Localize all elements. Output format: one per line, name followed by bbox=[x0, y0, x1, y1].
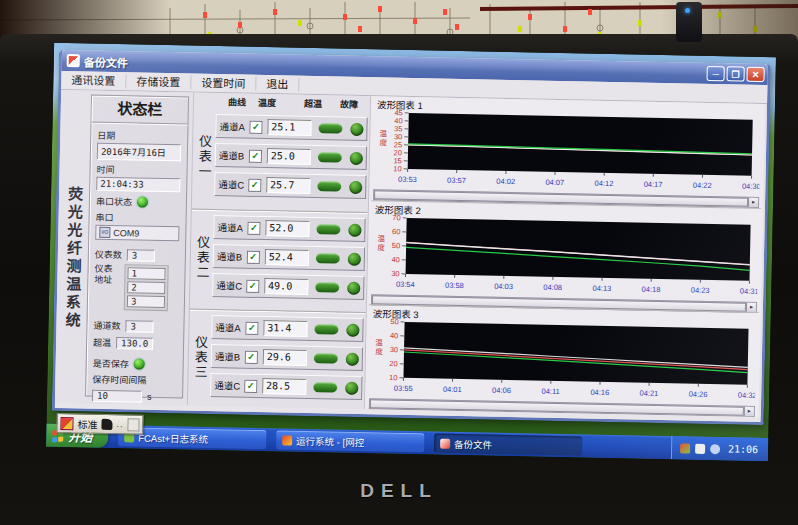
overtemp-label: 超温 bbox=[93, 336, 111, 349]
save-interval-value[interactable]: 10 bbox=[92, 390, 142, 403]
tray-keyboard-icon[interactable] bbox=[695, 443, 705, 453]
monitor-bezel: 备份文件 ─ ❐ ✕ 通讯设置 存储设置 设置时间 退出 荧光光纤测温系统 状态… bbox=[0, 34, 798, 525]
svg-text:04:06: 04:06 bbox=[492, 386, 511, 395]
tray-network-icon[interactable] bbox=[710, 444, 720, 454]
temperature-value: 52.4 bbox=[265, 249, 309, 266]
minimize-button[interactable]: ─ bbox=[706, 66, 724, 81]
instrument-group-2: 仪表二 通道A ✓ 52.0 通道B bbox=[190, 209, 368, 310]
svg-text:03:55: 03:55 bbox=[394, 384, 413, 393]
menu-storage-settings[interactable]: 存储设置 bbox=[126, 74, 191, 89]
curve-checkbox[interactable]: ✓ bbox=[249, 120, 262, 133]
svg-text:30: 30 bbox=[391, 269, 400, 278]
instruments-column: 曲线 温度 超温 故障 仪表一 通道A ✓ 25.1 bbox=[187, 93, 370, 409]
status-panel-title: 状态栏 bbox=[92, 96, 189, 125]
temperature-value: 31.4 bbox=[263, 320, 307, 337]
svg-text:60: 60 bbox=[392, 227, 401, 236]
taskbar-task-backup-file[interactable]: 备份文件 bbox=[434, 434, 582, 456]
instrument-1-name: 仪表一 bbox=[194, 134, 214, 179]
curve-checkbox[interactable]: ✓ bbox=[249, 149, 262, 162]
photo-scene: 备份文件 ─ ❐ ✕ 通讯设置 存储设置 设置时间 退出 荧光光纤测温系统 状态… bbox=[0, 0, 798, 525]
curve-checkbox[interactable]: ✓ bbox=[245, 350, 258, 363]
channel-label: 通道C bbox=[216, 278, 246, 293]
temperature-value: 29.6 bbox=[263, 349, 307, 366]
channel-row: 通道B ✓ 25.0 bbox=[215, 143, 367, 170]
channel-row: 通道C ✓ 49.0 bbox=[212, 273, 364, 300]
curve-checkbox[interactable]: ✓ bbox=[247, 221, 260, 234]
webcam bbox=[676, 2, 702, 42]
serial-label: 串口 bbox=[96, 211, 180, 226]
scroll-right-icon[interactable]: ▸ bbox=[746, 303, 756, 312]
svg-text:04:30: 04:30 bbox=[742, 182, 761, 191]
serial-port-value: COM9 bbox=[113, 228, 139, 239]
svg-text:30: 30 bbox=[390, 345, 399, 354]
overtemp-indicator bbox=[317, 181, 341, 191]
curve-checkbox[interactable]: ✓ bbox=[248, 178, 261, 191]
temperature-value: 25.0 bbox=[267, 148, 311, 165]
addr-input-1[interactable]: 1 bbox=[127, 267, 165, 280]
svg-text:度: 度 bbox=[379, 137, 387, 147]
taskbar-task-run-system[interactable]: 运行系统 - [网控 bbox=[276, 430, 424, 452]
save-label: 是否保存 bbox=[93, 357, 129, 371]
instrument-count-value[interactable]: 3 bbox=[127, 249, 155, 262]
app-window-backup-file: 备份文件 ─ ❐ ✕ 通讯设置 存储设置 设置时间 退出 荧光光纤测温系统 状态… bbox=[52, 50, 771, 425]
tray-app-icon[interactable] bbox=[680, 443, 690, 453]
fault-indicator bbox=[348, 223, 361, 236]
pen-icon[interactable] bbox=[101, 418, 112, 429]
curve-checkbox[interactable]: ✓ bbox=[247, 250, 260, 263]
svg-text:04:12: 04:12 bbox=[595, 179, 614, 188]
scroll-right-icon[interactable]: ▸ bbox=[744, 407, 754, 416]
save-led bbox=[134, 358, 145, 369]
waveform-plot: 4540353025201510温度03:5303:5704:0204:0704… bbox=[371, 109, 761, 197]
curve-checkbox[interactable]: ✓ bbox=[244, 379, 257, 392]
curve-checkbox[interactable]: ✓ bbox=[246, 279, 259, 292]
tray-clock: 21:06 bbox=[728, 443, 758, 455]
temperature-value: 52.0 bbox=[265, 220, 309, 237]
maximize-button[interactable]: ❐ bbox=[726, 66, 744, 81]
svg-text:04:16: 04:16 bbox=[590, 388, 609, 397]
svg-text:70: 70 bbox=[392, 214, 401, 222]
serial-status-led bbox=[137, 196, 148, 207]
overtemp-threshold[interactable]: 130.0 bbox=[116, 337, 153, 350]
overtemp-indicator bbox=[318, 123, 342, 133]
ime-options-button[interactable] bbox=[127, 418, 139, 431]
instrument-group-3: 仪表三 通道A ✓ 31.4 通道B bbox=[188, 309, 366, 410]
save-interval-unit: s bbox=[147, 392, 152, 402]
svg-text:20: 20 bbox=[389, 359, 398, 368]
menu-set-time[interactable]: 设置时间 bbox=[191, 76, 256, 91]
svg-text:03:58: 03:58 bbox=[445, 281, 464, 290]
curve-checkbox[interactable]: ✓ bbox=[245, 321, 258, 334]
svg-text:04:08: 04:08 bbox=[543, 283, 562, 292]
channel-row: 通道B ✓ 29.6 bbox=[211, 344, 363, 371]
channel-label: 通道A bbox=[215, 320, 245, 335]
channel-label: 通道C bbox=[218, 177, 248, 192]
ime-mode-label[interactable]: 标准 bbox=[77, 416, 97, 431]
overtemp-indicator bbox=[314, 353, 338, 363]
svg-text:04:11: 04:11 bbox=[541, 387, 559, 396]
screen: 备份文件 ─ ❐ ✕ 通讯设置 存储设置 设置时间 退出 荧光光纤测温系统 状态… bbox=[46, 43, 776, 461]
addr-input-2[interactable]: 2 bbox=[127, 281, 165, 294]
ime-icon[interactable] bbox=[60, 417, 73, 430]
status-panel: 状态栏 日期 2016年7月16日 时间 21:04:33 串口状态 串口 bbox=[85, 95, 189, 399]
header-temperature: 温度 bbox=[258, 96, 304, 110]
serial-status-label: 串口状态 bbox=[96, 195, 132, 209]
header-overtemp: 超温 bbox=[304, 97, 340, 111]
menu-comm-settings[interactable]: 通讯设置 bbox=[61, 73, 126, 88]
fault-indicator bbox=[348, 252, 361, 265]
svg-text:04:31: 04:31 bbox=[740, 287, 759, 296]
addr-input-3[interactable]: 3 bbox=[127, 295, 165, 308]
svg-text:04:18: 04:18 bbox=[642, 285, 661, 294]
svg-text:04:22: 04:22 bbox=[693, 181, 712, 190]
serial-port-combo[interactable]: I/O COM9 bbox=[95, 225, 179, 242]
channel-count-value[interactable]: 3 bbox=[125, 320, 153, 333]
dell-logo: DELL bbox=[360, 480, 438, 502]
svg-text:温: 温 bbox=[380, 129, 388, 138]
menu-exit[interactable]: 退出 bbox=[256, 77, 299, 92]
scroll-right-icon[interactable]: ▸ bbox=[748, 198, 758, 207]
language-bar[interactable]: 标准 .. bbox=[56, 413, 143, 435]
system-name-vertical: 荧光光纤测温系统 bbox=[60, 186, 85, 330]
close-button[interactable]: ✕ bbox=[746, 67, 764, 82]
svg-text:度: 度 bbox=[377, 242, 385, 252]
channel-label: 通道B bbox=[215, 349, 245, 364]
dots-icon[interactable]: .. bbox=[116, 419, 123, 429]
date-value: 2016年7月16日 bbox=[97, 143, 181, 162]
